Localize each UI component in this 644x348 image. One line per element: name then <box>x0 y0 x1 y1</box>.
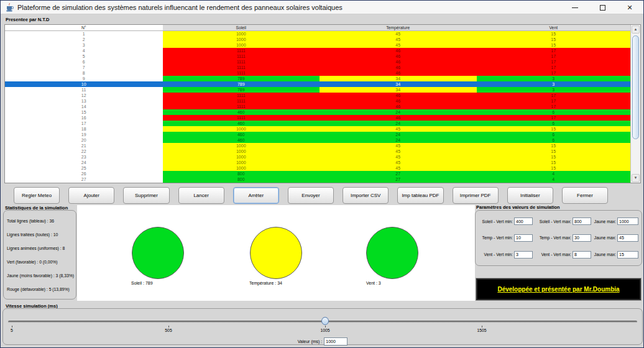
button-arr-ter[interactable]: Arrêter <box>233 187 279 204</box>
table-row[interactable]: 1311114617 <box>5 98 630 104</box>
scroll-up-icon[interactable]: ▲ <box>632 25 640 34</box>
table-cell: 23 <box>5 154 163 160</box>
table-row[interactable]: 19460246 <box>5 132 630 137</box>
gauge-circle <box>366 227 418 279</box>
param-input[interactable] <box>573 251 591 259</box>
table-row[interactable]: 2310004515 <box>5 154 630 160</box>
table-cell: 789 <box>163 87 320 93</box>
param-label: Soleil - Vert max: <box>535 219 571 224</box>
table-cell: 45 <box>320 154 477 160</box>
table-row[interactable]: 110004515 <box>5 31 630 37</box>
table-cell: 34 <box>320 87 477 93</box>
table-row[interactable]: 1611114617 <box>5 115 630 121</box>
speed-slider-thumb[interactable] <box>321 317 329 325</box>
table-row[interactable]: 1810004515 <box>5 126 630 132</box>
gauge-circle <box>250 227 302 279</box>
credit-text: Développée et présentée par Mr.Doumbia <box>497 286 619 293</box>
table-cell <box>477 182 631 183</box>
table-cell: 27 <box>320 176 477 182</box>
param-input[interactable] <box>617 251 638 259</box>
table-cell: 46 <box>320 98 477 104</box>
table-cell: 16 <box>5 115 163 121</box>
minimize-button[interactable] <box>561 1 589 14</box>
column-header-numero: N° <box>5 25 163 30</box>
stat-line: Lignes animées (uniformes) : 8 <box>7 246 75 250</box>
button-supprimer[interactable]: Supprimer <box>123 187 169 204</box>
button-imp-tableau-pdf[interactable]: Imp tableau PDF <box>397 187 443 204</box>
table-cell: 26 <box>5 171 163 176</box>
table-cell: 17 <box>477 104 631 109</box>
param-input[interactable] <box>617 234 638 242</box>
table-cell: 1 <box>5 31 163 37</box>
table-scrollbar[interactable]: ▲ ▼ <box>630 25 640 183</box>
gauge-label: Soleil : 789 <box>131 281 153 285</box>
button-ajouter[interactable]: Ajouter <box>68 187 114 204</box>
param-input[interactable] <box>573 234 591 242</box>
table-cell <box>163 182 320 183</box>
table-row[interactable]: 310004515 <box>5 42 630 48</box>
table-row[interactable]: 811114617 <box>5 70 630 76</box>
table-row[interactable]: 2110004515 <box>5 143 630 149</box>
param-input[interactable] <box>514 218 533 225</box>
button-initialiser[interactable]: Initialiser <box>507 187 553 204</box>
table-row[interactable]: 511114617 <box>5 53 630 59</box>
params-box: Soleil - Vert min:Soleil - Vert max:Jaun… <box>475 210 642 266</box>
table-row[interactable]: 26800274 <box>5 171 630 176</box>
table-row[interactable]: 1411114617 <box>5 104 630 109</box>
table-cell: 789 <box>163 76 320 81</box>
table-cell: 17 <box>5 121 163 126</box>
button-lancer[interactable]: Lancer <box>178 187 224 204</box>
table-cell: 45 <box>320 126 477 132</box>
table-row[interactable]: 2210004515 <box>5 149 630 154</box>
close-button[interactable]: ✕ <box>616 1 643 14</box>
table-cell: 7 <box>5 65 163 70</box>
table-row[interactable]: 411114617 <box>5 48 630 53</box>
table-cell: 10 <box>5 81 163 87</box>
table-cell: 1111 <box>163 48 320 53</box>
table-cell: 6 <box>477 132 631 137</box>
table-cell: 1000 <box>163 126 320 132</box>
table-row[interactable]: 611114617 <box>5 59 630 65</box>
param-input[interactable] <box>514 251 533 259</box>
column-header-temperature: Température <box>320 25 477 30</box>
table-cell: 15 <box>477 160 631 165</box>
table-row[interactable]: 10789343 <box>5 81 630 87</box>
button-envoyer[interactable]: Envoyer <box>288 187 334 204</box>
gauge-area: Soleil : 789Température : 34Vent : 3 <box>77 205 475 301</box>
scrollbar-thumb[interactable] <box>632 35 639 139</box>
scroll-down-icon[interactable]: ▼ <box>632 174 640 182</box>
table-row[interactable]: 711114617 <box>5 65 630 70</box>
button-fermer[interactable]: Fermer <box>562 187 608 204</box>
table-row[interactable]: 17460246 <box>5 121 630 126</box>
table-cell: 45 <box>320 143 477 149</box>
table-row[interactable]: 2410004515 <box>5 160 630 165</box>
table-row[interactable]: 20460246 <box>5 137 630 143</box>
slider-tick-label: 505 <box>165 328 172 332</box>
param-input[interactable] <box>514 234 533 242</box>
table-cell: 15 <box>477 42 631 48</box>
button-regler-meteo[interactable]: Regler Meteo <box>14 187 60 204</box>
valeur-input[interactable] <box>324 337 347 346</box>
maximize-button[interactable] <box>589 1 616 14</box>
table-cell: 800 <box>163 176 320 182</box>
stat-line: Total lignes (tableau) : 36 <box>7 219 75 223</box>
table-cell: 12 <box>5 93 163 98</box>
param-input[interactable] <box>617 218 638 225</box>
button-imprimer-pdf[interactable]: Imprimer PDF <box>453 187 499 204</box>
params-title: Paramètres des valeurs de simulation <box>476 204 560 210</box>
table-cell: 3 <box>477 76 631 81</box>
table-row[interactable]: 2510004515 <box>5 165 630 171</box>
table-row[interactable]: 11789343 <box>5 87 630 93</box>
table-row[interactable]: 27800274 <box>5 176 630 182</box>
credit-banner: Développée et présentée par Mr.Doumbia <box>476 278 641 300</box>
table-row[interactable]: 15460246 <box>5 109 630 115</box>
table-row[interactable]: 1211114617 <box>5 93 630 98</box>
param-input[interactable] <box>573 218 591 225</box>
table-row[interactable]: 210004515 <box>5 37 630 42</box>
table-cell: 1000 <box>163 143 320 149</box>
table-cell: 5 <box>5 53 163 59</box>
table-cell: 46 <box>320 65 477 70</box>
button-importer-csv[interactable]: Importer CSV <box>343 187 389 204</box>
table-cell: 1111 <box>163 65 320 70</box>
table-row[interactable]: 9789343 <box>5 76 630 81</box>
